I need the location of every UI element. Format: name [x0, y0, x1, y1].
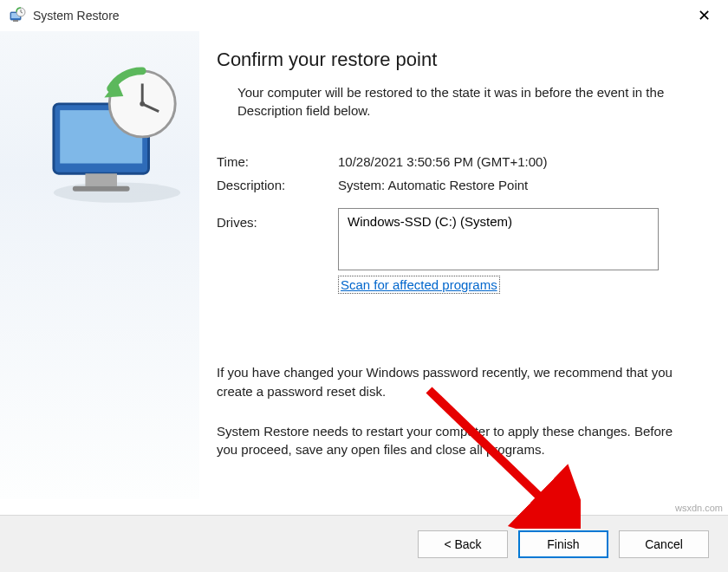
window-title: System Restore [33, 9, 689, 23]
cancel-button[interactable]: Cancel [619, 530, 709, 558]
time-label: Time: [217, 154, 338, 169]
restore-point-info: Time: 10/28/2021 3:50:56 PM (GMT+1:00) D… [217, 154, 693, 192]
time-value: 10/28/2021 3:50:56 PM (GMT+1:00) [338, 154, 547, 169]
system-restore-illustration [35, 193, 199, 208]
wizard-footer: < Back Finish Cancel [0, 515, 728, 572]
svg-rect-9 [73, 186, 130, 192]
restart-note: System Restore needs to restart your com… [217, 422, 693, 460]
page-heading: Confirm your restore point [217, 49, 693, 71]
description-label: Description: [217, 178, 338, 192]
titlebar: System Restore ✕ [0, 0, 728, 31]
wizard-sidebar [0, 31, 199, 499]
content-area: Confirm your restore point Your computer… [0, 31, 728, 499]
svg-rect-2 [13, 20, 18, 22]
page-subtext: Your computer will be restored to the st… [237, 83, 671, 120]
time-row: Time: 10/28/2021 3:50:56 PM (GMT+1:00) [217, 154, 693, 169]
drives-label: Drives: [217, 208, 338, 270]
description-value: System: Automatic Restore Point [338, 178, 528, 192]
close-button[interactable]: ✕ [689, 3, 719, 29]
password-note: If you have changed your Windows passwor… [217, 363, 693, 401]
drives-row: Drives: Windows-SSD (C:) (System) [217, 208, 693, 270]
watermark: wsxdn.com [675, 503, 723, 513]
svg-rect-8 [85, 173, 117, 186]
scan-affected-programs-link[interactable]: Scan for affected programs [338, 276, 500, 294]
drives-list[interactable]: Windows-SSD (C:) (System) [338, 208, 659, 270]
finish-button[interactable]: Finish [518, 530, 608, 558]
description-row: Description: System: Automatic Restore P… [217, 178, 693, 192]
wizard-main: Confirm your restore point Your computer… [199, 31, 728, 499]
system-restore-icon [9, 7, 26, 24]
back-button[interactable]: < Back [418, 530, 508, 558]
